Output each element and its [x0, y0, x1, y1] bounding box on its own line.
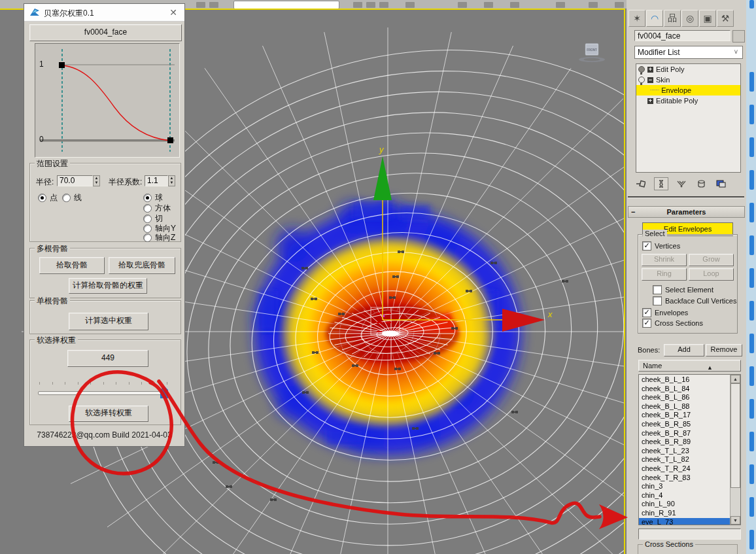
stack-item-editable-poly[interactable]: +Editable Poly [636, 95, 740, 106]
bone-list-item[interactable]: eye_L_73 [639, 518, 730, 526]
bone-list-item[interactable]: cheek_B_R_17 [639, 411, 730, 420]
bone-filter-field[interactable] [638, 528, 741, 540]
expand-toggle-icon[interactable]: − [647, 77, 653, 83]
radio-line[interactable]: 线 [62, 192, 82, 203]
bone-list-item[interactable]: cheek_T_R_24 [639, 464, 730, 474]
slider-handle[interactable] [160, 386, 168, 398]
remove-modifier-icon[interactable] [695, 178, 708, 190]
toolbar-icon-stub[interactable] [366, 2, 375, 8]
add-bone-button[interactable]: Add [664, 344, 704, 356]
bone-list-item[interactable]: cheek_T_R_83 [639, 474, 730, 483]
toolbar-icon-stub[interactable] [196, 2, 205, 8]
pick-fallback-bones-button[interactable]: 拾取兜底骨骼 [109, 257, 175, 274]
bulb-icon[interactable] [638, 77, 645, 83]
pick-bones-button[interactable]: 拾取骨骼 [39, 257, 105, 274]
toolbar-icon-stub[interactable] [589, 2, 598, 8]
tab-create[interactable]: ✶ [628, 10, 645, 27]
tab-motion[interactable]: ◎ [681, 10, 698, 27]
bone-list-item[interactable]: chin_4 [639, 491, 730, 500]
toolbar-icon-stub[interactable] [484, 2, 493, 8]
bulb-icon[interactable] [638, 66, 645, 73]
parameters-rollout-header[interactable]: − Parameters [628, 206, 745, 218]
expand-toggle-icon[interactable]: + [647, 98, 653, 104]
object-color-chip[interactable] [732, 30, 745, 43]
single-bone-title: 单根骨骼 [35, 296, 70, 307]
scroll-up-icon[interactable]: ▲ [730, 375, 740, 383]
radio-cube[interactable]: 方体 [143, 203, 171, 214]
radio-sphere[interactable]: 球 [143, 192, 163, 203]
radio-axis-z[interactable]: 轴向Z [143, 232, 175, 243]
soft-selection-slider[interactable] [38, 391, 168, 395]
backface-cull-vertices-checkbox[interactable]: Backface Cull Vertices [653, 296, 736, 305]
make-unique-icon[interactable] [675, 178, 688, 190]
scrollbar-thumb[interactable] [730, 383, 740, 488]
bone-name-sort-header[interactable]: Name ▲ [638, 360, 741, 372]
stack-item-envelope[interactable]: ┈┈┈Envelope [636, 85, 740, 95]
configure-modifier-sets-icon[interactable] [714, 178, 727, 190]
radius-factor-input[interactable]: 1.1 [145, 175, 168, 186]
bone-list-item[interactable]: cheek_T_L_23 [639, 447, 730, 456]
cross-sections-checkbox[interactable]: ✓Cross Sections [642, 319, 703, 328]
toolbar-icon-stub[interactable] [458, 2, 467, 8]
remove-bone-button[interactable]: Remove [706, 344, 742, 356]
calc-picked-weights-button[interactable]: 计算拾取骨骼的权重 [69, 278, 147, 294]
envelopes-checkbox[interactable]: ✓Envelopes [642, 308, 688, 317]
show-end-result-icon[interactable] [654, 177, 668, 190]
ring-button[interactable]: Ring [642, 268, 687, 281]
falloff-curve-plot[interactable]: 1 0 [35, 43, 180, 158]
toolbar-icon-stub[interactable] [379, 2, 388, 8]
expand-toggle-icon[interactable]: + [647, 67, 653, 73]
bone-list-item[interactable]: cheek_B_L_88 [639, 402, 730, 411]
toolbar-icon-stub[interactable] [615, 2, 624, 8]
bone-list-item[interactable]: cheek_B_R_85 [639, 420, 730, 429]
bones-label: Bones: [638, 346, 660, 354]
bone-list-item[interactable]: chin_3 [639, 482, 730, 491]
pin-stack-icon[interactable] [634, 178, 647, 190]
radius-input[interactable]: 70.0 [57, 175, 93, 186]
object-name-button[interactable]: fv0004_face [29, 24, 182, 41]
soft-selection-count-button[interactable]: 449 [67, 350, 148, 367]
radio-point[interactable]: 点 [38, 192, 58, 203]
shrink-button[interactable]: Shrink [642, 254, 687, 266]
bone-list-item[interactable]: cheek_B_R_89 [639, 438, 730, 447]
loop-button[interactable]: Loop [689, 268, 734, 281]
select-element-checkbox[interactable]: Select Element [653, 285, 713, 294]
toolbar-search-field[interactable] [233, 1, 339, 9]
toolbar-icon-stub[interactable] [405, 2, 415, 8]
calc-selected-weight-button[interactable]: 计算选中权重 [69, 313, 148, 330]
toolbar-icon-stub[interactable] [209, 2, 218, 8]
bone-list-scrollbar[interactable]: ▲ ▼ [730, 375, 740, 525]
stack-item-skin[interactable]: −Skin [636, 75, 740, 85]
radius-factor-spinner[interactable]: ▲▼ [168, 175, 175, 186]
dialog-titlebar[interactable]: 贝塞尔权重0.1 ✕ [24, 4, 184, 22]
scroll-down-icon[interactable]: ▼ [730, 516, 740, 525]
toolbar-icon-stub[interactable] [353, 2, 362, 8]
tab-display[interactable]: ▣ [699, 10, 716, 27]
object-name-field[interactable]: fv0004_face [634, 30, 730, 41]
max-logo-icon [29, 7, 41, 18]
sort-ascending-icon: ▲ [707, 362, 713, 373]
modifier-list-dropdown[interactable]: Modifier List ˅ [634, 46, 743, 59]
bone-list-item[interactable]: chin_L_90 [639, 500, 730, 509]
background-window-accent [749, 497, 754, 517]
modifier-stack[interactable]: +Edit Poly−Skin┈┈┈Envelope+Editable Poly [636, 63, 741, 173]
radius-spinner[interactable]: ▲▼ [93, 175, 100, 186]
tab-modify[interactable]: ◠ [646, 10, 663, 27]
stack-item-edit-poly[interactable]: +Edit Poly [636, 64, 740, 75]
bone-list-item[interactable]: cheek_B_R_87 [639, 429, 730, 438]
bone-list-item[interactable]: cheek_B_L_16 [639, 375, 730, 385]
bone-list-item[interactable]: cheek_B_L_86 [639, 393, 730, 402]
bone-list-item[interactable]: cheek_B_L_84 [639, 385, 730, 394]
bone-list-item[interactable]: cheek_T_L_82 [639, 455, 730, 464]
vertices-checkbox[interactable]: ✓Vertices [642, 241, 680, 251]
soft-selection-to-weight-button[interactable]: 软选择转权重 [69, 406, 148, 422]
close-icon[interactable]: ✕ [167, 7, 179, 18]
bone-list[interactable]: cheek_B_L_16cheek_B_L_84cheek_B_L_86chee… [638, 374, 741, 525]
bone-list-item[interactable]: chin_R_91 [639, 509, 730, 518]
toolbar-icon-stub[interactable] [556, 2, 565, 8]
grow-button[interactable]: Grow [689, 254, 734, 266]
background-window-accent [749, 366, 754, 386]
tab-hierarchy[interactable]: 品 [664, 10, 681, 27]
tab-utilities[interactable]: ⚒ [717, 10, 734, 27]
toolbar-icon-stub[interactable] [510, 2, 519, 8]
